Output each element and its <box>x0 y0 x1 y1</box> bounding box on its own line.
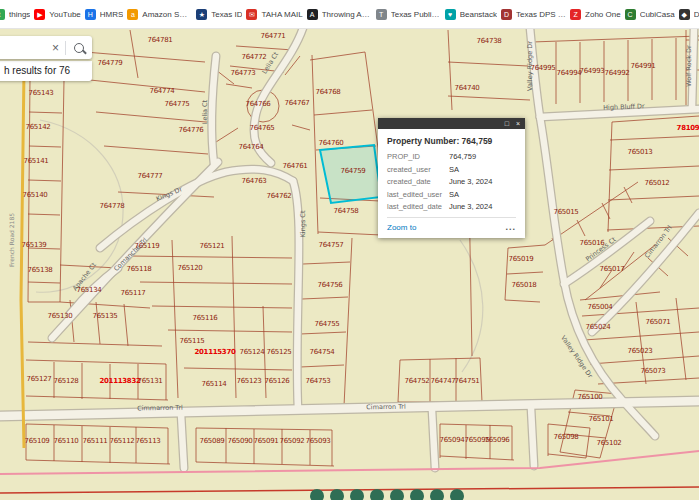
bookmark-favicon: D <box>501 9 512 20</box>
bookmark-favicon: a <box>127 9 138 20</box>
bookmark-label: TAHA MAIL <box>261 10 302 19</box>
bookmark-item[interactable]: HHMRS <box>85 9 124 20</box>
bookmark-item[interactable]: CCubiCasa <box>625 9 675 20</box>
bookmark-item[interactable]: TTexas Public Sex Off... <box>376 9 441 20</box>
bookmarks-bar: tthings▶YouTubeHHMRSaAmazon Smile★Texas … <box>0 0 699 29</box>
bookmark-item[interactable]: DTexas DPS - Schedul... <box>501 9 566 20</box>
bookmark-item[interactable]: aAmazon Smile <box>127 9 192 20</box>
popup-title: Property Number: 764,759 <box>387 136 516 146</box>
bookmark-label: Texas Public Sex Off... <box>391 10 441 19</box>
search-results-text: h results for 76 <box>0 61 92 81</box>
popup-dock-icon[interactable]: □ <box>505 118 509 129</box>
street-label: French Road 2185 <box>8 213 15 267</box>
street-label: Lelia Ct <box>201 99 209 124</box>
popup-field-row: PROP_ID764,759 <box>387 152 516 161</box>
bookmark-favicon: ✉ <box>246 9 257 20</box>
bookmark-favicon: H <box>85 9 96 20</box>
zoom-to-link[interactable]: Zoom to <box>387 223 416 232</box>
popup-field-value: June 3, 2024 <box>449 177 492 186</box>
popup-field-value: 764,759 <box>449 152 476 161</box>
street-label: Valley Ridge Dr <box>526 41 534 91</box>
bookmark-item[interactable]: ♥Beanstack <box>445 9 497 20</box>
more-options-button[interactable]: ... <box>505 222 516 232</box>
popup-field-value: SA <box>449 165 459 174</box>
bookmark-label: Texas DPS - Schedul... <box>516 10 566 19</box>
street-label: Wolf Rock Dr <box>685 45 693 87</box>
bookmark-label: Texas ID <box>211 10 242 19</box>
bookmark-favicon: Z <box>570 9 581 20</box>
search-clear-button[interactable]: × <box>46 41 65 55</box>
bookmark-label: things <box>9 10 30 19</box>
bookmark-favicon: ▶ <box>34 9 45 20</box>
search-icon[interactable] <box>74 43 84 53</box>
map-canvas[interactable]: Lelia CtLelia CtKings DrKings CtComanche… <box>0 0 699 500</box>
popup-field-row: last_edited_dateJune 3, 2024 <box>387 202 516 211</box>
bookmark-favicon: ★ <box>196 9 207 20</box>
popup-attribute-rows: PROP_ID764,759created_userSAcreated_date… <box>387 152 516 211</box>
bookmark-label: YouTube <box>49 10 80 19</box>
popup-close-icon[interactable]: × <box>516 118 520 129</box>
street-label: High Bluff Dr <box>603 102 645 111</box>
popup-field-label: created_date <box>387 177 449 186</box>
bookmark-label: CubiCasa <box>640 10 675 19</box>
feature-popup: □ × Property Number: 764,759 PROP_ID764,… <box>378 118 525 238</box>
bookmark-label: HMRS <box>100 10 124 19</box>
popup-footer: Zoom to ... <box>387 217 516 232</box>
bookmark-favicon: T <box>376 9 387 20</box>
bookmark-favicon: ♥ <box>445 9 456 20</box>
popup-field-row: created_userSA <box>387 165 516 174</box>
bookmark-favicon: C <box>625 9 636 20</box>
bookmark-item[interactable]: ◆Drone <box>679 9 699 20</box>
bookmark-label: Amazon Smile <box>142 10 192 19</box>
bookmark-item[interactable]: AThrowing Aces Ho... <box>307 9 372 20</box>
selected-parcel-764759[interactable] <box>320 145 381 203</box>
popup-body: Property Number: 764,759 PROP_ID764,759c… <box>378 129 525 238</box>
bookmark-favicon: t <box>0 9 5 20</box>
popup-field-row: last_edited_userSA <box>387 190 516 199</box>
bookmark-item[interactable]: ★Texas ID <box>196 9 242 20</box>
bookmark-favicon: ◆ <box>679 9 690 20</box>
bookmark-item[interactable]: ✉TAHA MAIL <box>246 9 302 20</box>
bookmark-item[interactable]: tthings <box>0 9 30 20</box>
bookmark-favicon: A <box>307 9 318 20</box>
popup-field-row: created_dateJune 3, 2024 <box>387 177 516 186</box>
popup-field-label: last_edited_date <box>387 202 449 211</box>
bookmark-label: Zoho One <box>585 10 621 19</box>
street-label: Cimmarron Trl <box>137 404 183 413</box>
street-label: Kings Ct <box>299 210 307 237</box>
bookmark-label: Throwing Aces Ho... <box>322 10 372 19</box>
bookmark-item[interactable]: ▶YouTube <box>34 9 80 20</box>
popup-field-label: PROP_ID <box>387 152 449 161</box>
popup-field-value: June 3, 2024 <box>449 202 492 211</box>
popup-field-value: SA <box>449 190 459 199</box>
street-label: Cimarron Trl <box>366 403 406 412</box>
bookmark-label: Drone <box>694 10 699 19</box>
bookmark-item[interactable]: ZZoho One <box>570 9 621 20</box>
map-search-box[interactable]: × <box>0 36 92 59</box>
popup-titlebar: □ × <box>378 118 525 129</box>
popup-field-label: created_user <box>387 165 449 174</box>
popup-field-label: last_edited_user <box>387 190 449 199</box>
search-divider <box>65 41 66 55</box>
bookmark-label: Beanstack <box>460 10 497 19</box>
